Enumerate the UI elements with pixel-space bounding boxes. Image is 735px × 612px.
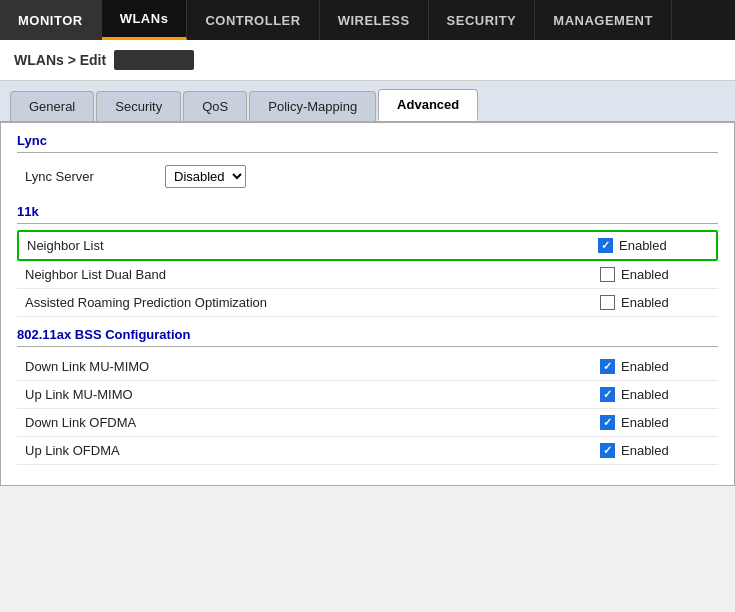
tab-qos[interactable]: QoS — [183, 91, 247, 121]
up-link-mu-mimo-checkbox[interactable] — [600, 387, 615, 402]
neighbor-list-checkbox[interactable] — [598, 238, 613, 253]
neighbor-list-dual-band-label: Neighbor List Dual Band — [25, 267, 600, 282]
neighbor-list-label: Neighbor List — [27, 238, 598, 253]
neighbor-list-checkbox-label: Enabled — [619, 238, 667, 253]
up-link-ofdma-row: Up Link OFDMA Enabled — [17, 437, 718, 465]
down-link-ofdma-checkbox-label: Enabled — [621, 415, 669, 430]
content-panel: Lync Lync Server DisabledEnabled 11k Nei… — [0, 123, 735, 486]
down-link-mu-mimo-checkbox[interactable] — [600, 359, 615, 374]
nav-wlans[interactable]: WLANs — [102, 0, 188, 40]
up-link-ofdma-checkbox[interactable] — [600, 443, 615, 458]
up-link-ofdma-checkbox-label: Enabled — [621, 443, 669, 458]
up-link-mu-mimo-row: Up Link MU-MIMO Enabled — [17, 381, 718, 409]
down-link-mu-mimo-label: Down Link MU-MIMO — [25, 359, 600, 374]
up-link-ofdma-control: Enabled — [600, 443, 710, 458]
down-link-mu-mimo-row: Down Link MU-MIMO Enabled — [17, 353, 718, 381]
neighbor-list-dual-band-checkbox[interactable] — [600, 267, 615, 282]
breadcrumb: WLANs > Edit — [14, 52, 106, 68]
lync-section-header: Lync — [17, 123, 718, 153]
nav-wireless[interactable]: WIRELESS — [320, 0, 429, 40]
tab-policy-mapping[interactable]: Policy-Mapping — [249, 91, 376, 121]
11k-section-header: 11k — [17, 194, 718, 224]
up-link-mu-mimo-control: Enabled — [600, 387, 710, 402]
tab-advanced[interactable]: Advanced — [378, 89, 478, 121]
assisted-roaming-checkbox-label: Enabled — [621, 295, 669, 310]
up-link-ofdma-label: Up Link OFDMA — [25, 443, 600, 458]
nav-controller[interactable]: CONTROLLER — [187, 0, 319, 40]
top-nav: MONITOR WLANs CONTROLLER WIRELESS SECURI… — [0, 0, 735, 40]
80211ax-section-header: 802.11ax BSS Configuration — [17, 317, 718, 347]
assisted-roaming-label: Assisted Roaming Prediction Optimization — [25, 295, 600, 310]
down-link-ofdma-checkbox[interactable] — [600, 415, 615, 430]
nav-management[interactable]: MANAGEMENT — [535, 0, 672, 40]
breadcrumb-bar: WLANs > Edit — [0, 40, 735, 81]
neighbor-list-dual-band-control: Enabled — [600, 267, 710, 282]
lync-server-select[interactable]: DisabledEnabled — [165, 165, 246, 188]
down-link-mu-mimo-control: Enabled — [600, 359, 710, 374]
tabs-container: General Security QoS Policy-Mapping Adva… — [0, 81, 735, 123]
down-link-mu-mimo-checkbox-label: Enabled — [621, 359, 669, 374]
lync-server-label: Lync Server — [25, 169, 165, 184]
nav-monitor[interactable]: MONITOR — [0, 0, 102, 40]
neighbor-list-control: Enabled — [598, 238, 708, 253]
neighbor-list-row: Neighbor List Enabled — [17, 230, 718, 261]
up-link-mu-mimo-checkbox-label: Enabled — [621, 387, 669, 402]
lync-server-row: Lync Server DisabledEnabled — [17, 159, 718, 194]
up-link-mu-mimo-label: Up Link MU-MIMO — [25, 387, 600, 402]
down-link-ofdma-control: Enabled — [600, 415, 710, 430]
down-link-ofdma-label: Down Link OFDMA — [25, 415, 600, 430]
down-link-ofdma-row: Down Link OFDMA Enabled — [17, 409, 718, 437]
neighbor-list-dual-band-row: Neighbor List Dual Band Enabled — [17, 261, 718, 289]
tab-general[interactable]: General — [10, 91, 94, 121]
assisted-roaming-checkbox[interactable] — [600, 295, 615, 310]
neighbor-list-dual-band-checkbox-label: Enabled — [621, 267, 669, 282]
assisted-roaming-row: Assisted Roaming Prediction Optimization… — [17, 289, 718, 317]
assisted-roaming-control: Enabled — [600, 295, 710, 310]
nav-security[interactable]: SECURITY — [429, 0, 536, 40]
tab-security[interactable]: Security — [96, 91, 181, 121]
wlan-id-badge — [114, 50, 194, 70]
